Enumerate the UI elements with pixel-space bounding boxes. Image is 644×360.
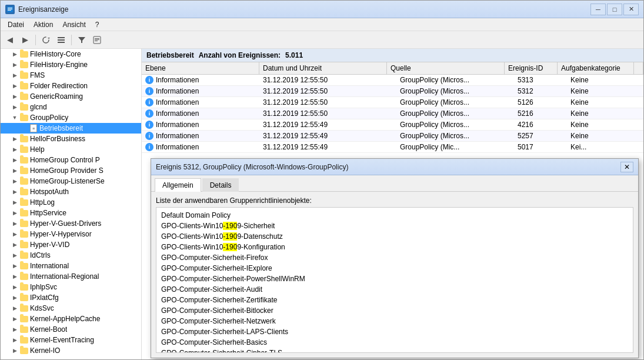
svg-rect-6 (58, 39, 65, 41)
close-button[interactable]: ✕ (623, 4, 639, 15)
table-row[interactable]: i Informationen 31.12.2019 12:55:49 Grou… (142, 119, 643, 131)
folder-icon (19, 134, 29, 144)
expand-icon: ▶ (10, 282, 19, 292)
tree-item[interactable]: ▶ HomeGroup Provider S (1, 165, 141, 176)
tree-item[interactable]: ▶ Folder Redirection (1, 81, 141, 91)
tree-label: Kernel-Boot (30, 325, 67, 334)
tree-item[interactable]: ▶ HelloForBusiness (1, 134, 141, 144)
tree-item[interactable]: ▶ Kernel-AppHelpCache (1, 314, 141, 324)
table-row[interactable]: i Informationen 31.12.2019 12:55:49 Grou… (142, 131, 643, 142)
cell-date: 31.12.2019 12:55:49 (259, 142, 396, 152)
svg-marker-8 (78, 37, 85, 43)
cell-date: 31.12.2019 12:55:50 (259, 108, 396, 119)
info-icon: i (145, 132, 154, 140)
minimize-button[interactable]: ─ (590, 4, 606, 15)
tree-item[interactable]: ▶ HttpLog (1, 197, 141, 208)
table-row[interactable]: i Informationen 31.12.2019 12:55:50 Grou… (142, 108, 643, 119)
col-id[interactable]: Ereignis-ID (505, 62, 558, 74)
menu-bar: Datei Aktion Ansicht ? (1, 18, 643, 31)
pane-title: Betriebsbereit (146, 51, 194, 59)
expand-icon: ▶ (10, 49, 19, 59)
dialog-close-button[interactable]: ✕ (620, 162, 633, 172)
tree-item[interactable]: ▶ Help (1, 144, 141, 155)
tree-item[interactable]: ▼ GroupPolicy (1, 112, 141, 123)
maximize-button[interactable]: □ (607, 4, 622, 15)
tree-item[interactable]: ▶ Kernel-IO (1, 345, 141, 356)
menu-ansicht[interactable]: Ansicht (58, 19, 90, 30)
expand-icon: ▶ (10, 102, 19, 112)
tab-allgemein[interactable]: Allgemein (155, 178, 201, 192)
folder-icon (19, 250, 29, 261)
table-row[interactable]: i Informationen 31.12.2019 12:55:50 Grou… (142, 97, 643, 108)
folder-icon (19, 218, 29, 229)
tree-item[interactable]: ▶ HttpService (1, 208, 141, 218)
tree-item[interactable]: ▶ Hyper-V-Hypervisor (1, 229, 141, 239)
cell-source: GroupPolicy (Micros... (396, 97, 514, 108)
level-text: Informationen (156, 76, 199, 84)
dialog-content: Liste der anwendbaren Gruppenrichtlinien… (151, 192, 638, 358)
table-row[interactable]: i Informationen 31.12.2019 12:55:50 Grou… (142, 75, 643, 86)
col-quelle[interactable]: Quelle (387, 62, 505, 74)
level-text: Informationen (156, 87, 199, 95)
list-item: GPO-Computer-Sicherheit-Zertifikate (161, 295, 628, 305)
tree-item[interactable]: ▶ FileHistory-Engine (1, 59, 141, 70)
separator-1 (35, 35, 36, 45)
table-row[interactable]: i Informationen 31.12.2019 12:55:50 Grou… (142, 86, 643, 97)
tree-label: IdCtrls (30, 251, 51, 259)
folder-icon (19, 239, 29, 250)
tree-item[interactable]: ▶ HomeGroup-ListenerSe (1, 176, 141, 186)
tree-item[interactable]: ▶ International-Regional (1, 271, 141, 282)
tree-item[interactable]: ▶ Hyper-V-VID (1, 239, 141, 250)
tree-item[interactable]: ▶ Kernel-EventTracing (1, 335, 141, 345)
view-button[interactable] (54, 34, 68, 46)
tree-item[interactable]: ▶ HomeGroup Control P (1, 155, 141, 165)
cell-category: Keine (567, 75, 643, 85)
refresh-button[interactable] (39, 34, 53, 46)
cell-category: Keine (567, 97, 643, 108)
tree-item[interactable]: ▶ FMS (1, 70, 141, 81)
tree-label: FileHistory-Core (30, 50, 81, 58)
svg-rect-1 (8, 8, 12, 8)
expand-icon: ▶ (10, 303, 19, 314)
tree-item[interactable]: ≡ Betriebsbereit (1, 123, 141, 134)
tree-item[interactable]: ▶ IPxlatCfg (1, 292, 141, 303)
properties-button[interactable] (90, 34, 104, 46)
highlight-text: -190 (223, 222, 237, 230)
cell-id: 5017 (514, 142, 567, 152)
menu-aktion[interactable]: Aktion (29, 19, 58, 30)
list-item: GPO-Clients-Win10-1909-Datenschutz (161, 231, 628, 242)
col-ebene[interactable]: Ebene (142, 62, 259, 74)
tree-item[interactable]: ▶ Hyper-V-Guest-Drivers (1, 218, 141, 229)
expand-icon: ▶ (10, 144, 19, 155)
cell-date: 31.12.2019 12:55:49 (259, 119, 396, 130)
tree-item[interactable]: ▶ KdsSvc (1, 303, 141, 314)
tree-item[interactable]: ▶ IdCtrls (1, 250, 141, 261)
filter-button[interactable] (75, 34, 89, 46)
tree-item[interactable]: ▶ Kernel-Boot (1, 324, 141, 335)
dialog-list[interactable]: Default Domain PolicyGPO-Clients-Win10-1… (156, 207, 633, 353)
tree-item[interactable]: ▶ International (1, 261, 141, 271)
info-icon: i (145, 98, 154, 106)
svg-rect-11 (95, 39, 99, 40)
menu-help[interactable]: ? (91, 19, 104, 30)
forward-button[interactable]: ▶ (18, 34, 32, 46)
col-kategorie[interactable]: Aufgabenkategorie (558, 62, 634, 74)
tree-item[interactable]: ▶ glcnd (1, 102, 141, 112)
tree-item[interactable]: ▶ FileHistory-Core (1, 49, 141, 59)
tree-item[interactable]: ▶ HotspotAuth (1, 186, 141, 197)
tree-item[interactable]: ▶ GenericRoaming (1, 91, 141, 102)
svg-rect-12 (95, 41, 98, 41)
back-button[interactable]: ◀ (3, 34, 17, 46)
table-row[interactable]: i Informationen 31.12.2019 12:55:49 Grou… (142, 142, 643, 153)
tree-label: Kernel-EventTracing (30, 336, 94, 344)
tree-item[interactable]: ▶ IphlpSvc (1, 282, 141, 292)
dialog-title-bar: Ereignis 5312, GroupPolicy (Microsoft-Wi… (151, 159, 638, 175)
folder-icon (19, 271, 29, 282)
col-datum[interactable]: Datum und Uhrzeit (259, 62, 387, 74)
tab-details[interactable]: Details (202, 178, 239, 192)
info-icon: i (145, 87, 154, 95)
expand-icon: ▶ (10, 59, 19, 70)
folder-icon (19, 176, 29, 186)
cell-date: 31.12.2019 12:55:50 (259, 86, 396, 96)
menu-datei[interactable]: Datei (3, 19, 29, 30)
